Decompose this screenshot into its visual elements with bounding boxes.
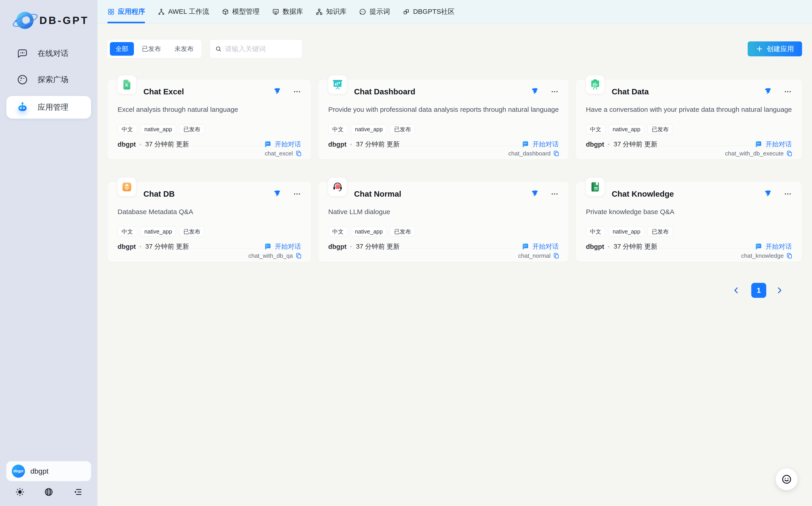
tab-模型管理[interactable]: 模型管理 <box>222 0 259 23</box>
separator-dot: · <box>608 141 610 148</box>
tab-label: AWEL 工作流 <box>168 7 209 16</box>
card-divider <box>117 248 302 248</box>
copy-icon[interactable] <box>786 150 793 157</box>
copy-icon[interactable] <box>553 150 560 157</box>
tab-label: 知识库 <box>326 7 346 16</box>
card-divider <box>117 146 302 146</box>
collapse-sidebar-icon[interactable] <box>72 487 82 497</box>
ellipsis-icon[interactable] <box>551 88 559 96</box>
svg-text:SQL: SQL <box>274 10 278 12</box>
svg-text:X: X <box>125 83 128 88</box>
feedback-button[interactable] <box>776 469 798 490</box>
app-description: Provide you with professional data analy… <box>318 106 569 113</box>
separator-dot: · <box>140 141 142 148</box>
filter-全部[interactable]: 全部 <box>110 42 134 56</box>
card-actions <box>764 88 792 96</box>
app-icon-tile <box>328 75 347 94</box>
planet-logo-icon <box>14 10 36 31</box>
tab-数据库[interactable]: SQL数据库 <box>272 0 303 23</box>
updated-time: 37 分钟前 更新 <box>145 242 189 251</box>
ellipsis-icon[interactable] <box>293 190 301 198</box>
tag-native_app: native_app <box>351 227 387 237</box>
dingtalk-wing-icon[interactable] <box>764 190 772 198</box>
app-card-chat_normal[interactable]: Chat NormalNative LLM dialogue中文native_a… <box>318 181 569 262</box>
dashboard-board-icon <box>332 79 343 90</box>
card-footer: dbgpt·37 分钟前 更新开始对话 <box>576 140 802 149</box>
ellipsis-icon[interactable] <box>293 88 301 96</box>
tag-已发布: 已发布 <box>179 227 204 237</box>
start-chat-button[interactable]: 开始对话 <box>264 140 301 149</box>
main-area: 应用程序AWEL 工作流模型管理SQL数据库知识库提示词DBGPTS社区 全部已… <box>97 0 812 506</box>
card-header: Chat Excel <box>108 79 311 96</box>
ellipsis-icon[interactable] <box>784 190 792 198</box>
updated-time: 37 分钟前 更新 <box>614 242 657 251</box>
tab-DBGPTS社区[interactable]: DBGPTS社区 <box>403 0 455 23</box>
tab-AWEL 工作流[interactable]: AWEL 工作流 <box>158 0 209 23</box>
tab-提示词[interactable]: 提示词 <box>359 0 390 23</box>
card-actions <box>531 88 559 96</box>
scene-code-row: chat_knowledge <box>741 252 793 259</box>
tab-知识库[interactable]: 知识库 <box>316 0 346 23</box>
next-page-button[interactable] <box>775 285 786 296</box>
start-chat-button[interactable]: 开始对话 <box>754 140 792 149</box>
prompt-bubble-icon <box>359 8 366 15</box>
updated-time: 37 分钟前 更新 <box>145 140 189 149</box>
scene-code: chat_normal <box>518 252 551 259</box>
dingtalk-wing-icon[interactable] <box>764 88 772 96</box>
tab-应用程序[interactable]: 应用程序 <box>108 0 145 23</box>
copy-icon[interactable] <box>295 253 302 259</box>
card-footer: dbgpt·37 分钟前 更新开始对话 <box>318 242 569 251</box>
sidebar-item-应用管理[interactable]: 应用管理 <box>6 96 91 118</box>
prev-page-button[interactable] <box>732 285 743 296</box>
dingtalk-wing-icon[interactable] <box>531 88 539 96</box>
globe-icon[interactable] <box>44 487 54 497</box>
filter-未发布[interactable]: 未发布 <box>169 42 199 56</box>
ellipsis-icon[interactable] <box>784 88 792 96</box>
card-footer: dbgpt·37 分钟前 更新开始对话 <box>108 242 311 251</box>
headset-icon <box>332 181 343 193</box>
search-box[interactable] <box>210 39 302 58</box>
search-input[interactable] <box>225 45 313 53</box>
dingtalk-wing-icon[interactable] <box>273 190 281 198</box>
tag-中文: 中文 <box>118 227 137 237</box>
card-header: Chat Knowledge <box>576 182 802 198</box>
plus-icon <box>756 45 763 53</box>
tag-native_app: native_app <box>609 124 645 134</box>
app-card-chat_with_db_execute[interactable]: Chat DataHave a conversation with your p… <box>576 79 802 160</box>
app-card-chat_dashboard[interactable]: Chat DashboardProvide you with professio… <box>318 79 569 160</box>
start-chat-button[interactable]: 开始对话 <box>264 242 301 251</box>
filter-已发布[interactable]: 已发布 <box>136 42 166 56</box>
sidebar-item-探索广场[interactable]: 探索广场 <box>6 70 91 90</box>
copy-icon[interactable] <box>553 253 560 259</box>
app-card-chat_excel[interactable]: XChat ExcelExcel analysis through natura… <box>108 79 311 160</box>
tag-已发布: 已发布 <box>648 124 673 134</box>
user-card[interactable]: dbgpt dbgpt <box>6 461 91 481</box>
start-chat-button[interactable]: 开始对话 <box>521 140 559 149</box>
app-card-chat_with_db_qa[interactable]: Chat DBDatabase Metadata Q&A中文native_app… <box>108 181 311 262</box>
app-title: Chat DB <box>143 189 175 198</box>
copy-icon[interactable] <box>786 253 793 259</box>
sun-icon[interactable] <box>15 487 25 497</box>
start-chat-button[interactable]: 开始对话 <box>754 242 792 251</box>
create-app-button[interactable]: 创建应用 <box>748 41 802 56</box>
brand-name: DB-GPT <box>40 14 89 26</box>
owner-line: dbgpt·37 分钟前 更新 <box>118 242 189 251</box>
dingtalk-wing-icon[interactable] <box>273 88 281 96</box>
tag-native_app: native_app <box>140 124 176 134</box>
db-layers-icon <box>121 181 133 193</box>
knowledge-book-icon <box>589 181 601 193</box>
app-card-chat_knowledge[interactable]: Chat KnowledgePrivate knowledge base Q&A… <box>576 181 802 262</box>
sidebar-item-在线对话[interactable]: 在线对话 <box>6 44 91 63</box>
app-title: Chat Data <box>612 87 649 96</box>
dingtalk-wing-icon[interactable] <box>531 190 539 198</box>
page-number-current[interactable]: 1 <box>751 283 766 298</box>
tag-row: 中文native_app已发布 <box>576 227 802 237</box>
start-chat-button[interactable]: 开始对话 <box>521 242 559 251</box>
chevron-right-icon <box>775 286 786 295</box>
app-title: Chat Dashboard <box>354 87 415 96</box>
ellipsis-icon[interactable] <box>551 190 559 198</box>
chat-bubble-filled-icon <box>754 140 763 149</box>
copy-icon[interactable] <box>295 150 302 157</box>
owner-name: dbgpt <box>328 141 347 148</box>
search-icon <box>215 46 222 52</box>
